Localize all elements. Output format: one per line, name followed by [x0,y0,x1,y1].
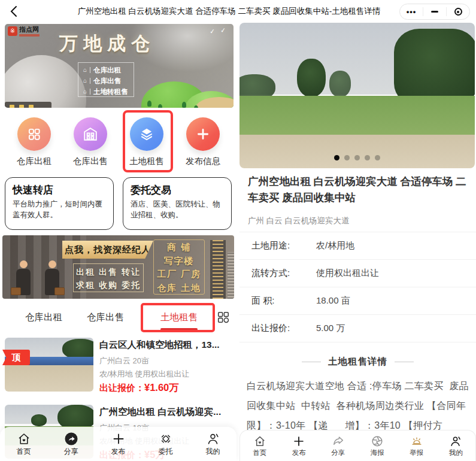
page-title: 广州空地出租 白云机场迎宾大道 合适停车场 二车卖买 废品回收集中站-土地租售详… [66,0,392,23]
active-tab-underline [160,328,198,330]
category-warehouse-sale[interactable]: 仓库出售 [66,117,114,167]
plus-icon [111,432,126,446]
alarm-icon [410,435,423,448]
detail-bottom-nav: 首页 发布 分享 海报 举报 我的 [239,430,476,461]
attribute-row: 流转方式:使用权出租出让 [239,260,476,287]
category-post-info[interactable]: 发布信息 [179,117,227,167]
carousel-dot[interactable] [354,155,360,160]
listing-price: 出让报价：¥1.60万 [99,381,179,395]
back-icon[interactable] [7,4,22,19]
nav-mine[interactable]: 我的 [436,435,476,457]
nav-home[interactable]: 首页 [240,435,280,457]
detail-attributes: 土地用途:农/林用地 流转方式:使用权出租出让 面 积:18.00 亩 出让报价… [239,232,476,342]
detail-title: 广州空地出租 白云机场迎宾大道 合适停车场 二车卖买 废品回收集中站 [248,174,468,206]
shutter-icon [371,435,384,448]
carousel-dot[interactable] [375,155,380,160]
section-header: 土地租售详情 [239,356,476,368]
window-titlebar: 广州空地出租 白云机场迎宾大道 合适停车场 二车卖买 废品回收集中站-土地租售详… [0,0,476,23]
home-icon [17,432,31,446]
land-photo-carousel[interactable] [239,23,475,168]
carousel-dot[interactable] [334,155,339,160]
businessman-illustration [43,260,61,295]
tab-warehouse-sale[interactable]: 仓库出售 [87,302,124,332]
nav-mine[interactable]: 我的 [189,432,237,457]
user-icon [449,435,462,448]
businessman-illustration [14,260,32,295]
nav-share[interactable]: 分享 [319,435,358,457]
listing-location: 广州白云 20亩 [99,356,149,366]
carousel-dots [239,155,475,160]
banner-title: 万地成仓 [5,31,210,56]
house-icon: ⌂ [83,78,87,84]
city-tower-illustration [210,240,226,299]
grid-view-icon[interactable] [217,311,230,324]
carousel-dot[interactable] [365,155,370,160]
card-entrusted-trade[interactable]: 委托交易 酒店、医美、医院转让、物业招租、收购。 [123,177,232,230]
house-icon: ⌂ [83,67,87,73]
nav-entrust[interactable]: 委托 [142,432,189,457]
plus-icon [195,126,211,142]
tab-warehouse-rent[interactable]: 仓库出租 [25,302,62,332]
broker-ad-banner[interactable]: 点我，找资深经纪人 出租 出售 转让 求租 收购 委托 商 铺 写字楼 工厂 厂… [2,235,234,299]
attribute-row: 面 积:18.00 亩 [239,287,476,315]
carousel-dot[interactable] [344,155,350,160]
category-land-rent-sale[interactable]: 土地租售 [123,117,171,167]
nav-post[interactable]: 发布 [95,432,142,457]
handshake-icon [159,432,173,446]
attribute-row: 出让报价:5.00 万 [239,315,476,342]
miniprogram-capsule: ••• [399,4,470,20]
warehouse-icon [26,126,42,142]
card-quick-transfer[interactable]: 快速转店 平台助力推广，短时间内覆盖有效人群。 [5,177,114,230]
minimize-icon[interactable] [423,4,446,19]
house-icon: ⌂ [83,89,87,95]
buildings-illustration: 1 1 [5,55,86,108]
list-page-panel: 1 1 ※ 指点网 ✓ ✓ 万地成仓 ⌂仓库出租 ⌂仓库出售 ⌂土地转租售 [0,23,237,461]
attribute-row: 土地用途:农/林用地 [239,232,476,260]
listing-title: 广州空地出租 白云机场迎宾... [99,406,235,418]
nav-post[interactable]: 发布 [280,435,319,457]
bottom-nav: 首页 分享 发布 委托 我的 [0,427,237,461]
top-badge: 顶 [2,350,30,365]
ad-headline: 点我，找资深经纪人 [62,241,153,259]
city-tower-illustration [228,252,234,299]
nav-share[interactable]: 分享 [47,432,95,457]
more-menu-icon[interactable]: ••• [400,4,423,19]
category-warehouse-rent[interactable]: 仓库出租 [10,117,58,167]
listing-title: 白云区人和镇空地招租，13... [99,339,235,351]
banner-menu-box: ⌂仓库出租 ⌂仓库出售 ⌂土地转租售 [78,62,134,97]
ad-property-types: 商 铺 写字楼 工厂 厂房 仓库 土地 [153,239,205,295]
building-icon [83,126,98,142]
nav-home[interactable]: 首页 [0,432,47,457]
list-tabs: 仓库出租 仓库出售 土地租售 [0,302,237,332]
close-target-icon[interactable] [447,4,469,19]
share-circle-icon [64,432,78,446]
detail-description: 白云机场迎宾大道空地 合适 :停车场 二车卖买 废品回收集中站 中转站 各种机场… [247,376,472,435]
home-icon [253,435,266,448]
detail-location: 广州 白云 白云机场迎宾大道 [248,216,350,226]
detail-page-panel: 广州空地出租 白云机场迎宾大道 合适停车场 二车卖买 废品回收集中站 广州 白云… [239,23,476,461]
plus-icon [292,435,305,448]
listing-tags: 农/林用地 使用权出租出让 [99,369,189,380]
nav-poster[interactable]: 海报 [358,435,398,457]
ad-services-box: 出租 出售 转让 求租 收购 委托 [73,263,144,292]
nav-report[interactable]: 举报 [397,435,436,457]
user-icon [206,432,220,446]
hero-banner[interactable]: 1 1 ※ 指点网 ✓ ✓ 万地成仓 ⌂仓库出租 ⌂仓库出售 ⌂土地转租售 [5,24,234,108]
layers-icon [139,126,154,142]
share-arrow-icon [332,435,345,448]
